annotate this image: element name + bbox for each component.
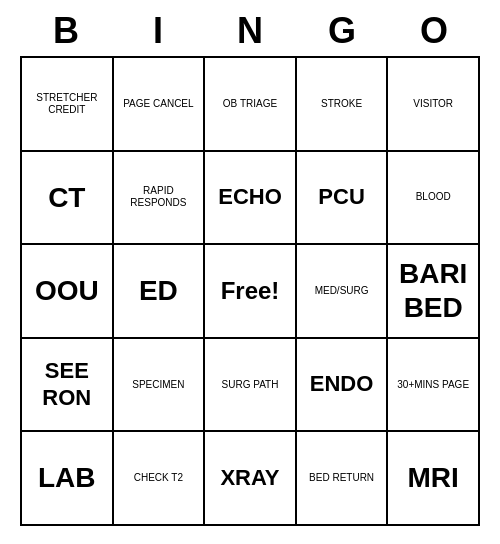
bingo-cell-9[interactable]: BLOOD <box>388 152 480 246</box>
bingo-cell-2[interactable]: OB TRIAGE <box>205 58 297 152</box>
cell-text-21: CHECK T2 <box>134 472 183 484</box>
cell-text-19: 30+MINS PAGE <box>397 379 469 391</box>
bingo-grid: STRETCHER CREDITPAGE CANCELOB TRIAGESTRO… <box>20 56 480 526</box>
bingo-cell-5[interactable]: CT <box>22 152 114 246</box>
bingo-cell-13[interactable]: MED/SURG <box>297 245 389 339</box>
bingo-cell-23[interactable]: BED RETURN <box>297 432 389 526</box>
cell-text-3: STROKE <box>321 98 362 110</box>
cell-text-5: CT <box>48 181 85 215</box>
cell-text-7: ECHO <box>218 184 282 210</box>
bingo-cell-4[interactable]: VISITOR <box>388 58 480 152</box>
cell-text-23: BED RETURN <box>309 472 374 484</box>
bingo-cell-1[interactable]: PAGE CANCEL <box>114 58 206 152</box>
cell-text-14: BARI BED <box>392 257 474 324</box>
bingo-cell-7[interactable]: ECHO <box>205 152 297 246</box>
cell-text-17: SURG PATH <box>222 379 279 391</box>
bingo-letter-N: N <box>206 10 294 52</box>
bingo-cell-12[interactable]: Free! <box>205 245 297 339</box>
cell-text-20: LAB <box>38 461 96 495</box>
bingo-cell-19[interactable]: 30+MINS PAGE <box>388 339 480 433</box>
cell-text-11: ED <box>139 274 178 308</box>
bingo-letter-I: I <box>114 10 202 52</box>
bingo-cell-10[interactable]: OOU <box>22 245 114 339</box>
cell-text-10: OOU <box>35 274 99 308</box>
cell-text-8: PCU <box>318 184 364 210</box>
cell-text-15: SEE RON <box>26 358 108 411</box>
bingo-cell-0[interactable]: STRETCHER CREDIT <box>22 58 114 152</box>
bingo-header: BINGO <box>20 10 480 52</box>
bingo-letter-G: G <box>298 10 386 52</box>
bingo-cell-15[interactable]: SEE RON <box>22 339 114 433</box>
cell-text-0: STRETCHER CREDIT <box>26 92 108 116</box>
cell-text-16: SPECIMEN <box>132 379 184 391</box>
cell-text-18: ENDO <box>310 371 374 397</box>
bingo-cell-14[interactable]: BARI BED <box>388 245 480 339</box>
bingo-cell-21[interactable]: CHECK T2 <box>114 432 206 526</box>
bingo-cell-22[interactable]: XRAY <box>205 432 297 526</box>
cell-text-1: PAGE CANCEL <box>123 98 193 110</box>
bingo-cell-8[interactable]: PCU <box>297 152 389 246</box>
bingo-cell-20[interactable]: LAB <box>22 432 114 526</box>
cell-text-9: BLOOD <box>416 191 451 203</box>
bingo-cell-18[interactable]: ENDO <box>297 339 389 433</box>
bingo-cell-17[interactable]: SURG PATH <box>205 339 297 433</box>
cell-text-22: XRAY <box>220 465 279 491</box>
bingo-letter-B: B <box>22 10 110 52</box>
bingo-cell-16[interactable]: SPECIMEN <box>114 339 206 433</box>
bingo-letter-O: O <box>390 10 478 52</box>
cell-text-13: MED/SURG <box>315 285 369 297</box>
cell-text-6: RAPID RESPONDS <box>118 185 200 209</box>
bingo-cell-3[interactable]: STROKE <box>297 58 389 152</box>
bingo-cell-24[interactable]: MRI <box>388 432 480 526</box>
cell-text-2: OB TRIAGE <box>223 98 277 110</box>
bingo-cell-11[interactable]: ED <box>114 245 206 339</box>
cell-text-12: Free! <box>221 277 280 306</box>
cell-text-4: VISITOR <box>413 98 453 110</box>
bingo-cell-6[interactable]: RAPID RESPONDS <box>114 152 206 246</box>
cell-text-24: MRI <box>408 461 459 495</box>
